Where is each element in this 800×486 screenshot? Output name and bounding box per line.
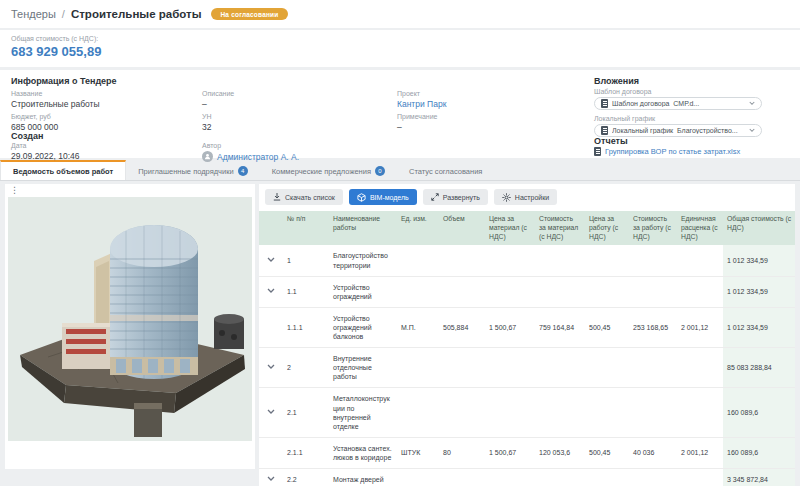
table-cell: [629, 348, 677, 388]
field-author: Автор Администратор А. А.: [202, 142, 299, 162]
table-cell: [485, 276, 535, 307]
download-icon: [273, 193, 281, 201]
field-description: Описание –: [202, 90, 234, 109]
row-expand-placeholder: [259, 437, 283, 468]
tab-invited-contractors[interactable]: Приглашенные подрядчики 4: [126, 160, 260, 180]
settings-button[interactable]: Настройки: [494, 189, 557, 205]
field-name: Название Строительные работы: [11, 90, 100, 109]
project-link[interactable]: Кантри Парк: [397, 99, 446, 109]
table-row: 1Благоустройство территории1 012 334,59: [259, 245, 795, 276]
reports-section-title: Отчеты: [594, 136, 628, 146]
table-row: 1.1Устройство ограждений1 012 334,59: [259, 276, 795, 307]
avatar: [202, 151, 213, 162]
table-cell: [397, 468, 439, 486]
row-expand-chevron-icon[interactable]: [259, 348, 283, 388]
table-cell: [397, 388, 439, 437]
table-cell: [535, 468, 585, 486]
table-cell: Установка сантех. люков в коридоре: [329, 437, 397, 468]
column-header: Цена за работу (с НДС): [585, 211, 629, 245]
chevron-down-icon: [749, 101, 755, 106]
table-cell: М.П.: [397, 307, 439, 347]
breadcrumb-tenders-link[interactable]: Тендеры: [11, 8, 56, 20]
row-expand-chevron-icon[interactable]: [259, 276, 283, 307]
table-header-row: № п/пНаименование работыЕд. изм.ОбъемЦен…: [259, 211, 795, 245]
column-header: Стоимость за работу (с НДС): [629, 211, 677, 245]
total-cost-panel: Общая стоимость (с НДС): 683 929 055,89: [0, 30, 800, 67]
table-cell: 1.1.1: [283, 307, 329, 347]
table-cell: [629, 276, 677, 307]
table-cell: [585, 348, 629, 388]
table-cell: [485, 348, 535, 388]
table-cell: 253 168,65: [629, 307, 677, 347]
xlsx-file-icon: [594, 147, 601, 156]
table-cell: 1 012 334,59: [723, 245, 795, 276]
table-cell: [585, 388, 629, 437]
table-cell: 3 345 872,84: [723, 468, 795, 486]
table-cell: [585, 468, 629, 486]
bom-table-body: 1Благоустройство территории1 012 334,591…: [259, 245, 795, 486]
bim-model-canvas[interactable]: [8, 197, 252, 441]
table-cell: [677, 388, 723, 437]
report-file-link[interactable]: Группировка ВОР по статье затрат.xlsx: [594, 147, 740, 156]
table-cell: 2 001,12: [677, 437, 723, 468]
download-list-button[interactable]: Скачать список: [265, 189, 343, 205]
table-cell: [677, 348, 723, 388]
contract-file-chip[interactable]: Шаблон договора_СМР.d...: [594, 97, 762, 110]
expand-icon: [431, 193, 439, 201]
table-cell: [585, 276, 629, 307]
table-cell: 120 053,6: [535, 437, 585, 468]
column-header: Единичная расценка (с НДС): [677, 211, 723, 245]
table-cell: [677, 468, 723, 486]
table-cell: Внутренние отделочные работы: [329, 348, 397, 388]
row-expand-chevron-icon[interactable]: [259, 468, 283, 486]
table-cell: [397, 276, 439, 307]
main-content: ⋮: [0, 181, 800, 486]
tab-bar: Ведомость объемов работ Приглашенные под…: [0, 160, 800, 181]
table-cell: [629, 468, 677, 486]
info-card-title: Информация о Тендере: [11, 76, 117, 86]
table-cell: [485, 245, 535, 276]
table-row: 2.1Металлоконструкции по внутренней отде…: [259, 388, 795, 437]
invited-contractors-count-badge: 4: [238, 166, 248, 176]
field-local-schedule: Локальный график Локальный график_Благоу…: [594, 115, 762, 137]
table-cell: [439, 348, 485, 388]
viewer-menu-icon[interactable]: ⋮: [10, 186, 19, 195]
tab-bill-of-quantities[interactable]: Ведомость объемов работ: [0, 160, 126, 180]
field-created-date: Дата 29.09.2022, 10:46: [11, 142, 80, 161]
tender-info-card: Информация о Тендере Название Строительн…: [0, 70, 800, 158]
expand-button[interactable]: Развернуть: [423, 189, 488, 205]
table-cell: 1.1: [283, 276, 329, 307]
table-row: 1.1.1Устройство ограждений балконовМ.П.5…: [259, 307, 795, 347]
table-cell: 80: [439, 437, 485, 468]
field-project: Проект Кантри Парк: [397, 90, 446, 109]
breadcrumb: Тендеры / Строительные работы На согласо…: [0, 0, 800, 28]
table-cell: 2.1.1: [283, 437, 329, 468]
author-link[interactable]: Администратор А. А.: [202, 151, 299, 162]
field-budget: Бюджет, руб 685 000 000: [11, 113, 58, 132]
table-cell: [485, 388, 535, 437]
tab-approval-status[interactable]: Статус согласования: [397, 160, 494, 180]
table-cell: Металлоконструкции по внутренней отделке: [329, 388, 397, 437]
table-cell: [397, 348, 439, 388]
table-cell: 40 036: [629, 437, 677, 468]
total-cost-label: Общая стоимость (с НДС):: [11, 35, 789, 42]
table-cell: [629, 388, 677, 437]
table-cell: [439, 276, 485, 307]
field-contract-template: Шаблон договора Шаблон договора_СМР.d...: [594, 88, 762, 110]
table-cell: 500,45: [585, 437, 629, 468]
row-expand-chevron-icon[interactable]: [259, 245, 283, 276]
table-cell: Устройство ограждений: [329, 276, 397, 307]
status-badge: На согласовании: [211, 8, 287, 20]
cube-icon: [357, 193, 366, 202]
table-cell: [397, 245, 439, 276]
row-expand-chevron-icon[interactable]: [259, 388, 283, 437]
building-3d-model: [8, 197, 252, 441]
table-cell: [629, 245, 677, 276]
table-cell: [439, 245, 485, 276]
table-cell: Устройство ограждений балконов: [329, 307, 397, 347]
tab-commercial-offers[interactable]: Коммерческие предложения 0: [260, 160, 397, 180]
table-cell: [535, 388, 585, 437]
bim-model-button[interactable]: BIM-модель: [349, 189, 417, 205]
table-cell: [439, 468, 485, 486]
column-header: Цена за материал (с НДС): [485, 211, 535, 245]
